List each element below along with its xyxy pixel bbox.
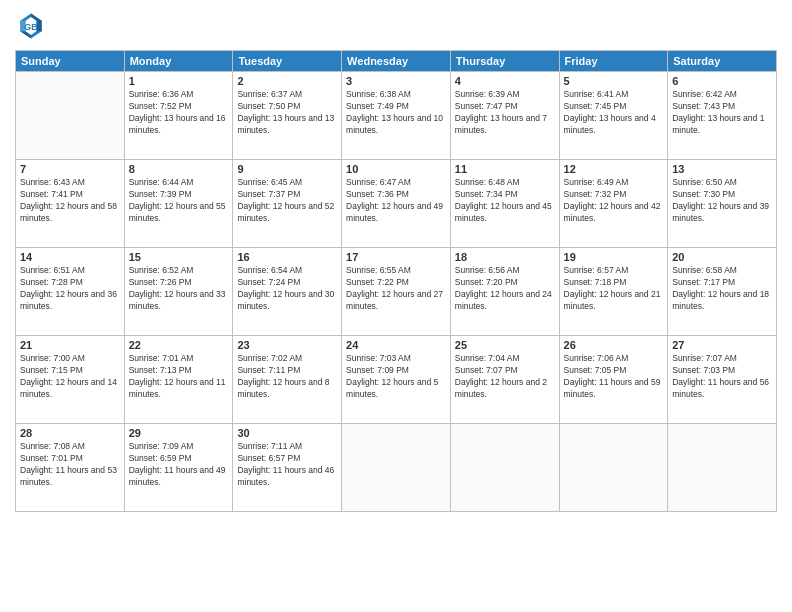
- calendar-cell: 17Sunrise: 6:55 AMSunset: 7:22 PMDayligh…: [342, 248, 451, 336]
- day-info: Sunrise: 6:38 AMSunset: 7:49 PMDaylight:…: [346, 89, 446, 137]
- calendar-cell: 18Sunrise: 6:56 AMSunset: 7:20 PMDayligh…: [450, 248, 559, 336]
- day-number: 25: [455, 339, 555, 351]
- calendar-cell: 10Sunrise: 6:47 AMSunset: 7:36 PMDayligh…: [342, 160, 451, 248]
- calendar-cell: 12Sunrise: 6:49 AMSunset: 7:32 PMDayligh…: [559, 160, 668, 248]
- calendar-cell: 25Sunrise: 7:04 AMSunset: 7:07 PMDayligh…: [450, 336, 559, 424]
- weekday-header-monday: Monday: [124, 51, 233, 72]
- calendar-cell: 30Sunrise: 7:11 AMSunset: 6:57 PMDayligh…: [233, 424, 342, 512]
- day-info: Sunrise: 6:39 AMSunset: 7:47 PMDaylight:…: [455, 89, 555, 137]
- calendar-cell: 15Sunrise: 6:52 AMSunset: 7:26 PMDayligh…: [124, 248, 233, 336]
- day-info: Sunrise: 7:09 AMSunset: 6:59 PMDaylight:…: [129, 441, 229, 489]
- weekday-header-tuesday: Tuesday: [233, 51, 342, 72]
- day-number: 27: [672, 339, 772, 351]
- weekday-header-wednesday: Wednesday: [342, 51, 451, 72]
- day-info: Sunrise: 6:41 AMSunset: 7:45 PMDaylight:…: [564, 89, 664, 137]
- calendar-cell: 26Sunrise: 7:06 AMSunset: 7:05 PMDayligh…: [559, 336, 668, 424]
- day-number: 4: [455, 75, 555, 87]
- day-number: 24: [346, 339, 446, 351]
- calendar-cell: 11Sunrise: 6:48 AMSunset: 7:34 PMDayligh…: [450, 160, 559, 248]
- day-info: Sunrise: 6:54 AMSunset: 7:24 PMDaylight:…: [237, 265, 337, 313]
- weekday-header-friday: Friday: [559, 51, 668, 72]
- calendar-cell: 14Sunrise: 6:51 AMSunset: 7:28 PMDayligh…: [16, 248, 125, 336]
- logo: GB: [15, 10, 51, 42]
- day-info: Sunrise: 6:43 AMSunset: 7:41 PMDaylight:…: [20, 177, 120, 225]
- day-info: Sunrise: 6:56 AMSunset: 7:20 PMDaylight:…: [455, 265, 555, 313]
- day-info: Sunrise: 6:37 AMSunset: 7:50 PMDaylight:…: [237, 89, 337, 137]
- calendar-cell: 24Sunrise: 7:03 AMSunset: 7:09 PMDayligh…: [342, 336, 451, 424]
- calendar-cell: 7Sunrise: 6:43 AMSunset: 7:41 PMDaylight…: [16, 160, 125, 248]
- day-number: 30: [237, 427, 337, 439]
- calendar-cell: 2Sunrise: 6:37 AMSunset: 7:50 PMDaylight…: [233, 72, 342, 160]
- calendar-cell: [342, 424, 451, 512]
- calendar-cell: 29Sunrise: 7:09 AMSunset: 6:59 PMDayligh…: [124, 424, 233, 512]
- weekday-header-sunday: Sunday: [16, 51, 125, 72]
- calendar: SundayMondayTuesdayWednesdayThursdayFrid…: [15, 50, 777, 512]
- day-info: Sunrise: 7:07 AMSunset: 7:03 PMDaylight:…: [672, 353, 772, 401]
- day-number: 7: [20, 163, 120, 175]
- calendar-cell: [16, 72, 125, 160]
- day-info: Sunrise: 6:49 AMSunset: 7:32 PMDaylight:…: [564, 177, 664, 225]
- svg-text:GB: GB: [24, 22, 37, 32]
- calendar-cell: [450, 424, 559, 512]
- day-number: 3: [346, 75, 446, 87]
- day-number: 26: [564, 339, 664, 351]
- day-info: Sunrise: 7:11 AMSunset: 6:57 PMDaylight:…: [237, 441, 337, 489]
- calendar-cell: 19Sunrise: 6:57 AMSunset: 7:18 PMDayligh…: [559, 248, 668, 336]
- page: GB SundayMondayTuesdayWednesdayThursdayF…: [0, 0, 792, 612]
- day-number: 22: [129, 339, 229, 351]
- day-info: Sunrise: 6:45 AMSunset: 7:37 PMDaylight:…: [237, 177, 337, 225]
- header: GB: [15, 10, 777, 42]
- calendar-cell: 5Sunrise: 6:41 AMSunset: 7:45 PMDaylight…: [559, 72, 668, 160]
- weekday-header-thursday: Thursday: [450, 51, 559, 72]
- weekday-header-saturday: Saturday: [668, 51, 777, 72]
- calendar-cell: [668, 424, 777, 512]
- logo-icon: GB: [15, 10, 47, 42]
- day-number: 1: [129, 75, 229, 87]
- calendar-cell: 23Sunrise: 7:02 AMSunset: 7:11 PMDayligh…: [233, 336, 342, 424]
- day-info: Sunrise: 6:44 AMSunset: 7:39 PMDaylight:…: [129, 177, 229, 225]
- day-number: 29: [129, 427, 229, 439]
- day-number: 21: [20, 339, 120, 351]
- week-row-4: 28Sunrise: 7:08 AMSunset: 7:01 PMDayligh…: [16, 424, 777, 512]
- day-info: Sunrise: 6:52 AMSunset: 7:26 PMDaylight:…: [129, 265, 229, 313]
- day-number: 6: [672, 75, 772, 87]
- day-number: 18: [455, 251, 555, 263]
- day-number: 23: [237, 339, 337, 351]
- day-info: Sunrise: 6:36 AMSunset: 7:52 PMDaylight:…: [129, 89, 229, 137]
- calendar-cell: 21Sunrise: 7:00 AMSunset: 7:15 PMDayligh…: [16, 336, 125, 424]
- day-number: 14: [20, 251, 120, 263]
- calendar-cell: 4Sunrise: 6:39 AMSunset: 7:47 PMDaylight…: [450, 72, 559, 160]
- day-info: Sunrise: 7:04 AMSunset: 7:07 PMDaylight:…: [455, 353, 555, 401]
- day-number: 5: [564, 75, 664, 87]
- calendar-cell: 1Sunrise: 6:36 AMSunset: 7:52 PMDaylight…: [124, 72, 233, 160]
- day-info: Sunrise: 6:58 AMSunset: 7:17 PMDaylight:…: [672, 265, 772, 313]
- day-number: 19: [564, 251, 664, 263]
- day-info: Sunrise: 6:57 AMSunset: 7:18 PMDaylight:…: [564, 265, 664, 313]
- day-info: Sunrise: 6:47 AMSunset: 7:36 PMDaylight:…: [346, 177, 446, 225]
- calendar-cell: 22Sunrise: 7:01 AMSunset: 7:13 PMDayligh…: [124, 336, 233, 424]
- day-info: Sunrise: 7:08 AMSunset: 7:01 PMDaylight:…: [20, 441, 120, 489]
- day-info: Sunrise: 6:50 AMSunset: 7:30 PMDaylight:…: [672, 177, 772, 225]
- day-number: 9: [237, 163, 337, 175]
- calendar-cell: 27Sunrise: 7:07 AMSunset: 7:03 PMDayligh…: [668, 336, 777, 424]
- week-row-1: 7Sunrise: 6:43 AMSunset: 7:41 PMDaylight…: [16, 160, 777, 248]
- calendar-cell: 20Sunrise: 6:58 AMSunset: 7:17 PMDayligh…: [668, 248, 777, 336]
- day-info: Sunrise: 6:42 AMSunset: 7:43 PMDaylight:…: [672, 89, 772, 137]
- day-info: Sunrise: 7:03 AMSunset: 7:09 PMDaylight:…: [346, 353, 446, 401]
- day-info: Sunrise: 6:48 AMSunset: 7:34 PMDaylight:…: [455, 177, 555, 225]
- day-number: 20: [672, 251, 772, 263]
- day-number: 11: [455, 163, 555, 175]
- day-number: 15: [129, 251, 229, 263]
- day-number: 17: [346, 251, 446, 263]
- calendar-cell: 28Sunrise: 7:08 AMSunset: 7:01 PMDayligh…: [16, 424, 125, 512]
- calendar-cell: 9Sunrise: 6:45 AMSunset: 7:37 PMDaylight…: [233, 160, 342, 248]
- calendar-cell: 8Sunrise: 6:44 AMSunset: 7:39 PMDaylight…: [124, 160, 233, 248]
- day-number: 10: [346, 163, 446, 175]
- calendar-cell: 16Sunrise: 6:54 AMSunset: 7:24 PMDayligh…: [233, 248, 342, 336]
- day-number: 13: [672, 163, 772, 175]
- week-row-2: 14Sunrise: 6:51 AMSunset: 7:28 PMDayligh…: [16, 248, 777, 336]
- calendar-cell: 3Sunrise: 6:38 AMSunset: 7:49 PMDaylight…: [342, 72, 451, 160]
- day-info: Sunrise: 7:01 AMSunset: 7:13 PMDaylight:…: [129, 353, 229, 401]
- day-number: 2: [237, 75, 337, 87]
- day-info: Sunrise: 7:02 AMSunset: 7:11 PMDaylight:…: [237, 353, 337, 401]
